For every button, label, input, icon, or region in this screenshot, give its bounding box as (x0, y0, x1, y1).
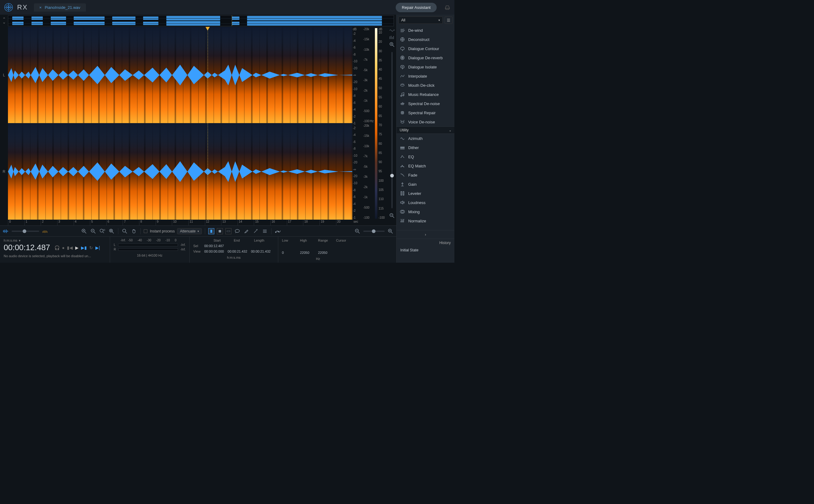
history-item[interactable]: Initial State (397, 247, 454, 254)
prev-icon[interactable]: ▮◀ (67, 245, 73, 250)
dialogue-contour-icon (400, 46, 405, 51)
waveform-view-icon[interactable] (2, 228, 9, 235)
svg-line-14 (393, 216, 394, 218)
module-deconstruct[interactable]: Deconstruct (397, 35, 454, 44)
interpolate-icon (400, 73, 405, 79)
play-icon[interactable]: ▶ (75, 245, 79, 250)
module-azimuth[interactable]: Azimuth (397, 134, 454, 143)
svg-point-61 (401, 95, 402, 97)
overview-waveform[interactable] (8, 15, 394, 26)
music-rebalance-icon (400, 92, 405, 97)
module-fade[interactable]: Fade (397, 170, 454, 180)
zoom-full-icon[interactable] (108, 228, 115, 235)
sel-start[interactable]: 00:00:12.487 (204, 244, 228, 248)
lasso-icon[interactable] (234, 228, 241, 235)
view-end[interactable]: 00:00:21.432 (228, 250, 251, 253)
module-loudness[interactable]: Loudness (397, 198, 454, 207)
freq-range[interactable]: 22050 (318, 251, 336, 254)
attenuate-select[interactable]: Attenuate▾ (177, 228, 201, 234)
module-interpolate[interactable]: Interpolate (397, 71, 454, 81)
spectral-repair-icon (400, 110, 405, 115)
svg-line-23 (85, 232, 86, 233)
playhead-time: 00:00:12.487 (4, 243, 50, 252)
module-gain[interactable]: Gain (397, 180, 454, 189)
module-music-rebalance[interactable]: Music Rebalance (397, 90, 454, 99)
module-eq[interactable]: EQ (397, 152, 454, 161)
svg-rect-36 (211, 230, 212, 233)
module-dither[interactable]: Dither (397, 143, 454, 152)
blend-slider[interactable] (12, 231, 39, 232)
module-voice-de-noise[interactable]: Voice De-noise (397, 117, 454, 126)
headphone-icon[interactable]: 🎧 (54, 245, 60, 250)
module-normalize[interactable]: Normalize (397, 216, 454, 225)
tool-waveform-icon[interactable] (389, 29, 395, 32)
brush-icon[interactable] (243, 228, 250, 235)
de-wind-icon (400, 27, 405, 33)
tool-zoom-icon[interactable] (390, 42, 394, 47)
record-icon[interactable]: ● (62, 245, 64, 250)
tab-filename: PianoInside_21.wav (45, 5, 80, 10)
svg-point-59 (403, 67, 403, 67)
tool-spec-bars-icon[interactable] (389, 35, 395, 39)
select-tf-icon[interactable] (217, 228, 223, 234)
zoom-out-icon[interactable] (90, 228, 97, 235)
module-spectral-repair[interactable]: Spectral Repair (397, 108, 454, 117)
fade-icon (400, 172, 405, 178)
svg-point-53 (402, 39, 403, 40)
follow-playhead-icon[interactable]: ▶| (95, 245, 100, 250)
instant-process-checkbox[interactable] (144, 229, 147, 233)
spectrogram-display[interactable] (8, 27, 352, 220)
svg-point-29 (100, 229, 103, 232)
zoom-in-icon[interactable] (81, 228, 87, 235)
module-mixing[interactable]: Mixing (397, 207, 454, 216)
grab-icon[interactable] (130, 228, 137, 235)
color-unit-label: dB (379, 27, 387, 31)
time-format-label[interactable]: h:m:s.ms (4, 239, 17, 242)
tab-close-icon[interactable]: × (39, 5, 42, 10)
svg-line-33 (112, 232, 114, 233)
module-leveler[interactable]: Leveler (397, 189, 454, 198)
tool-zoom-out-icon[interactable] (390, 213, 394, 218)
select-freq-icon[interactable] (226, 228, 232, 234)
module-dialogue-isolate[interactable]: Dialogue Isolate (397, 62, 454, 71)
module-dialogue-de-reverb[interactable]: Dialogue De-reverb (397, 53, 454, 62)
module-de-wind[interactable]: De-wind (397, 26, 454, 35)
module-dialogue-contour[interactable]: Dialogue Contour (397, 44, 454, 53)
module-menu-icon[interactable]: ☰ (445, 16, 453, 24)
spectrogram-view-icon[interactable] (42, 228, 48, 235)
loudness-icon (400, 200, 405, 205)
hzoom-slider[interactable] (363, 231, 385, 232)
meter-r-bar (118, 248, 178, 251)
search-icon[interactable] (121, 228, 128, 235)
view-length[interactable]: 00:00:21.432 (251, 250, 274, 253)
freq-low[interactable]: 0 (282, 251, 300, 254)
brightness-slider[interactable] (391, 52, 393, 208)
svg-rect-31 (103, 229, 105, 231)
repair-assistant-button[interactable]: Repair Assistant (396, 3, 437, 12)
overview-collapse-down-icon[interactable]: ⌄ (2, 21, 6, 24)
module-filter-select[interactable]: All▾ (398, 16, 443, 24)
select-time-icon[interactable] (208, 228, 215, 234)
hzoom-out-icon[interactable] (354, 228, 361, 235)
time-unit-label: sec (352, 220, 396, 225)
play-sel-icon[interactable]: ▶▮ (81, 245, 87, 250)
expand-panel-icon[interactable]: › (397, 230, 454, 239)
loop-icon[interactable]: ↻ (89, 245, 93, 250)
view-start[interactable]: 00:00:00.000 (204, 250, 228, 253)
module-eq-match[interactable]: EQ Match (397, 161, 454, 170)
notification-icon[interactable] (444, 4, 451, 11)
contour-icon[interactable] (275, 228, 281, 235)
module-spectral-de-noise[interactable]: Spectral De-noise (397, 99, 454, 108)
module-mouth-de-click[interactable]: Mouth De-click (397, 81, 454, 90)
svg-point-58 (402, 67, 403, 67)
hzoom-in-icon[interactable] (387, 228, 394, 235)
harmonic-sel-icon[interactable] (262, 228, 268, 235)
category-utility[interactable]: Utility⌄ (397, 126, 454, 134)
freq-high[interactable]: 22050 (300, 251, 318, 254)
zoom-sel-icon[interactable] (99, 228, 106, 235)
dither-icon (400, 145, 405, 150)
wand-icon[interactable] (252, 228, 259, 235)
playhead-marker-icon[interactable] (206, 27, 210, 31)
meter-r-label: R (114, 248, 116, 251)
file-tab[interactable]: × PianoInside_21.wav (34, 3, 86, 12)
